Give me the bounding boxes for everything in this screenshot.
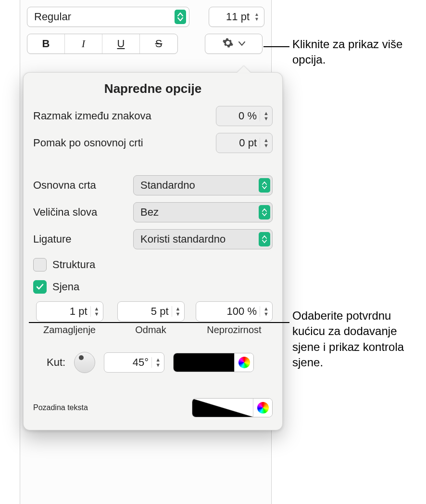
font-size-field[interactable]: 11 pt ▲▼ [209,7,264,27]
shadow-row: Sjena [33,280,273,294]
ligatures-select[interactable]: Koristi standardno [133,229,273,249]
gear-icon [222,37,234,51]
offset-control: 5 pt ▲▼ Odmak [114,301,187,336]
shadow-color-well[interactable] [173,353,254,372]
advanced-options-button[interactable] [205,34,263,54]
caps-value: Bez [140,206,259,219]
bold-button[interactable]: B [27,34,65,53]
ligatures-row: Ligature Koristi standardno [33,229,273,249]
text-background-color-well[interactable] [192,398,273,417]
shadow-color-swatch[interactable] [174,353,234,372]
baseline-shift-row: Pomak po osnovnoj crti 0 pt ▲▼ [33,133,273,153]
text-background-label: Pozadina teksta [33,403,88,412]
caps-select[interactable]: Bez [133,202,273,222]
offset-stepper[interactable]: ▲▼ [172,306,182,317]
blur-caption: Zamagljenje [43,324,96,336]
baseline-shift-value: 0 pt [220,137,260,149]
offset-field[interactable]: 5 pt ▲▼ [117,301,185,322]
shadow-color-picker-button[interactable] [234,353,253,372]
caps-stepper-icon[interactable] [259,205,270,220]
offset-value: 5 pt [122,305,172,318]
callout-shadow: Odaberite potvrdnu kućicu za dodavanje s… [292,308,426,371]
font-size-value: 11 pt [214,11,252,23]
baseline-shift-field[interactable]: 0 pt ▲▼ [216,133,273,153]
angle-stepper[interactable]: ▲▼ [151,357,162,368]
baseline-shift-label: Pomak po osnovnoj crti [33,137,143,149]
shadow-controls: 1 pt ▲▼ Zamagljenje 5 pt ▲▼ Odmak 100 % … [33,301,273,336]
outline-row: Struktura [33,258,273,271]
shadow-label: Sjena [52,281,79,293]
typeface-value: Regular [34,11,175,23]
blur-field[interactable]: 1 pt ▲▼ [36,301,103,322]
opacity-value: 100 % [200,305,260,318]
text-style-segment: B I U S [27,34,178,54]
character-spacing-row: Razmak između znakova 0 % ▲▼ [33,106,273,126]
italic-button[interactable]: I [65,34,102,53]
baseline-stepper-icon[interactable] [259,178,270,193]
opacity-stepper[interactable]: ▲▼ [260,306,270,317]
shadow-checkbox[interactable] [33,280,47,294]
character-spacing-field[interactable]: 0 % ▲▼ [216,106,273,126]
baseline-shift-stepper[interactable]: ▲▼ [260,138,270,148]
font-size-stepper[interactable]: ▲▼ [252,12,261,22]
angle-dial[interactable] [74,352,95,373]
baseline-label: Osnovna crta [33,179,96,192]
typeface-stepper-icon[interactable] [175,10,186,24]
angle-row: Kut: 45° ▲▼ [33,352,273,373]
outline-checkbox[interactable] [33,258,47,271]
ligatures-label: Ligature [33,233,72,246]
text-background-color-picker-button[interactable] [253,399,272,417]
caps-label: Veličina slova [33,206,97,219]
advanced-options-popover: Napredne opcije Razmak između znakova 0 … [23,72,283,430]
angle-label: Kut: [47,356,65,369]
angle-value: 45° [108,356,151,369]
blur-value: 1 pt [40,305,90,318]
ligatures-stepper-icon[interactable] [259,232,270,246]
font-row: Regular 11 pt ▲▼ [20,0,271,31]
blur-stepper[interactable]: ▲▼ [90,306,101,317]
text-background-row: Pozadina teksta [33,398,273,417]
offset-caption: Odmak [135,324,166,336]
character-spacing-stepper[interactable]: ▲▼ [260,111,270,121]
blur-control: 1 pt ▲▼ Zamagljenje [33,301,106,336]
typeface-select[interactable]: Regular [27,7,189,27]
color-wheel-icon [238,357,250,368]
callout-gear: Kliknite za prikaz više opcija. [292,37,417,68]
caps-row: Veličina slova Bez [33,202,273,222]
opacity-caption: Neprozirnost [207,324,261,336]
baseline-select[interactable]: Standardno [133,175,273,195]
ligatures-value: Koristi standardno [140,233,259,246]
angle-field[interactable]: 45° ▲▼ [104,352,164,373]
strike-button[interactable]: S [140,34,177,53]
opacity-field[interactable]: 100 % ▲▼ [196,301,273,322]
style-row: B I U S [20,31,271,59]
baseline-value: Standardno [140,179,259,192]
chevron-down-icon [238,39,245,48]
popover-title: Napredne opcije [33,81,273,96]
baseline-row: Osnovna crta Standardno [33,175,273,195]
callout-leader-line [29,322,289,323]
character-spacing-value: 0 % [220,110,260,122]
outline-label: Struktura [52,258,95,271]
text-background-swatch[interactable] [192,399,253,417]
format-sidebar: Regular 11 pt ▲▼ B I U S [20,0,272,504]
character-spacing-label: Razmak između znakova [33,110,151,122]
callout-leader-line [263,46,289,47]
color-wheel-icon [257,402,269,414]
underline-button[interactable]: U [102,34,140,53]
opacity-control: 100 % ▲▼ Neprozirnost [196,301,273,336]
